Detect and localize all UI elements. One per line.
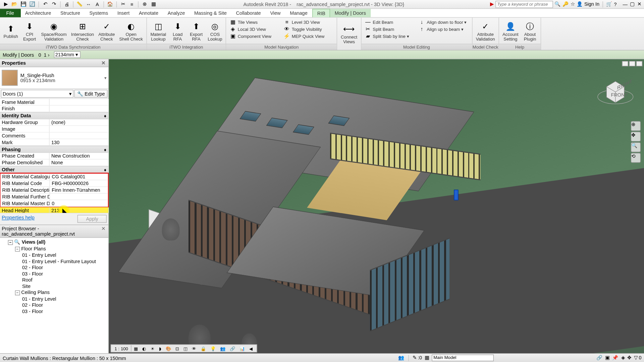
tab-modify-doors[interactable]: Modify | Doors (330, 9, 371, 17)
switch-window-icon[interactable]: ▦ (150, 1, 158, 8)
property-value[interactable] (50, 106, 108, 112)
ribbon-button-align-up-to-beam-[interactable]: ↑Align up to beam ▾ (417, 26, 470, 33)
tree-view-item[interactable]: 01 - Entry Level (1, 252, 108, 258)
filter-icon[interactable]: ▽ 0 (634, 355, 642, 361)
tree-group[interactable]: −Floor Plans (1, 245, 108, 252)
unhide-icon[interactable]: 👁 (190, 345, 198, 352)
type-dropdown-icon[interactable]: ▾ (104, 75, 107, 80)
crop-view-icon[interactable]: ⊡ (174, 345, 181, 352)
open-icon[interactable]: 📂 (11, 1, 19, 8)
ribbon-button-align-down-to-floor-[interactable]: ↓Align down to floor ▾ (417, 18, 470, 25)
ribbon-button-level-3d-view[interactable]: ≡Level 3D View (282, 18, 335, 25)
worksharing-icon[interactable]: 👥 (218, 345, 227, 352)
ribbon-button-cos-lookup[interactable]: ◎COSLookup (206, 18, 224, 44)
shadows-icon[interactable]: ◗ (157, 345, 163, 352)
ribbon-button-space-room-validation[interactable]: ◉Space/RoomValidation (39, 18, 68, 44)
tree-view-item[interactable]: 01 - Entry Level - Furniture Layout (1, 258, 108, 264)
property-value[interactable]: Finn Innen-Türrahmen (50, 187, 108, 193)
vp-maximize-icon[interactable] (629, 61, 635, 66)
type-selector[interactable]: M_Single-Flush 0915 x 2134mm ▾ (0, 67, 108, 89)
tab-annotate[interactable]: Annotate (135, 9, 163, 17)
key-icon[interactable]: 🔑 (562, 1, 569, 7)
property-value[interactable]: New Construction (50, 153, 108, 159)
workset-icon[interactable]: 👥 (398, 355, 404, 361)
ribbon-button-toggle-visibility[interactable]: 👁Toggle Visibility (282, 26, 335, 33)
steering-wheel-icon[interactable]: ⊕ (631, 121, 641, 131)
tree-view-item[interactable]: 03 - Floor (1, 308, 108, 314)
ribbon-button-account-setting[interactable]: 👤AccountSetting (501, 18, 520, 44)
visual-style-icon[interactable]: ◐ (141, 345, 148, 352)
property-row[interactable]: RIB Material DescriptionFinn Innen-Türra… (0, 187, 108, 194)
ribbon-button-local-3d-view[interactable]: ◈Local 3D View (228, 26, 281, 33)
property-value[interactable]: 130 (50, 139, 108, 145)
minimize-button[interactable]: — (622, 1, 628, 7)
measure-icon[interactable]: 📏 (76, 1, 84, 8)
file-tab[interactable]: File (0, 9, 21, 17)
save-icon[interactable]: 💾 (19, 1, 28, 8)
tab-analyze[interactable]: Analyze (163, 9, 190, 17)
property-value[interactable] (50, 126, 108, 132)
print-icon[interactable]: 🖨 (63, 1, 71, 8)
ribbon-button-publish[interactable]: ⬆Publish (2, 18, 20, 44)
3d-viewport[interactable]: FRONT RIGHT ⊕ ✥ 🔍 ⟲ 1 : 100 ▦ ◐ ☀ ◗ 🎨 ⊡ (109, 59, 644, 353)
ribbon-button-connect-views[interactable]: ⟷ConnectViews (339, 18, 359, 49)
apply-button[interactable]: Apply (77, 215, 106, 223)
property-row[interactable]: Frame Material (0, 99, 108, 106)
property-value[interactable]: 2134.0 (50, 207, 108, 213)
property-value[interactable] (50, 194, 108, 200)
zoom-icon[interactable]: 🔍 (631, 142, 641, 152)
highlight-icon[interactable]: ◀ (248, 345, 255, 352)
property-row[interactable]: RIB Material CodeFBG-H00000026 (0, 180, 108, 187)
detail-level-icon[interactable]: ▦ (132, 345, 140, 352)
search-input[interactable] (495, 1, 553, 8)
ribbon-button-split-slab-by-line-[interactable]: ▰Split Slab by line ▾ (363, 33, 416, 40)
pb-close-icon[interactable]: ✕ (100, 226, 107, 237)
thin-lines-icon[interactable]: ≡ (128, 1, 136, 8)
ribbon-button-split-beam[interactable]: ✂Split Beam (363, 26, 416, 33)
ribbon-button-mep-quick-view[interactable]: ⚡MEP Quick View (282, 33, 335, 40)
property-value[interactable] (50, 133, 108, 139)
ribbon-button-material-lookup[interactable]: ◫MaterialLookup (149, 18, 168, 44)
property-value[interactable]: None (50, 160, 108, 166)
property-row[interactable]: Hardware Group(none) (0, 119, 108, 126)
close-button[interactable]: ✕ (636, 1, 642, 7)
ribbon-button-load-rfa[interactable]: ⬇LoadRFA (169, 18, 186, 44)
tab-massing-site[interactable]: Massing & Site (190, 9, 231, 17)
property-row[interactable]: RIB Material Master Dat...0 (0, 200, 108, 207)
close-inactive-icon[interactable]: ⊗ (141, 1, 149, 8)
vp-minimize-icon[interactable] (622, 61, 628, 66)
ribbon-button-attribute-check[interactable]: ✓AttributeCheck (97, 18, 117, 44)
property-value[interactable]: 0 (50, 200, 108, 206)
property-value[interactable]: (none) (50, 119, 108, 125)
property-row[interactable]: Head Height2134.0 (0, 207, 108, 213)
tab-rib[interactable]: RIB (312, 9, 330, 17)
tree-view-item[interactable]: Site (1, 283, 108, 289)
ribbon-button-tile-views[interactable]: ▦Tile Views (228, 18, 281, 25)
ribbon-button-open-shell-check[interactable]: ◐OpenShell Check (117, 18, 145, 44)
property-row[interactable]: Finish (0, 106, 108, 112)
select-face-icon[interactable]: ◈ (621, 355, 625, 361)
infocenter-icon[interactable]: ▶ (490, 1, 494, 7)
property-row[interactable]: Mark130 (0, 139, 108, 146)
scale-control[interactable]: 1 : 100 (113, 345, 130, 352)
orbit-icon[interactable]: ⟲ (631, 153, 641, 163)
property-row[interactable]: Phase DemolishedNone (0, 160, 108, 166)
properties-help-link[interactable]: Properties help (2, 215, 75, 223)
offset-input[interactable]: 2134mm ▾ (54, 51, 80, 58)
undo-icon[interactable]: ↶ (41, 1, 49, 8)
ribbon-button-edit-beam[interactable]: —Edit Beam (363, 18, 416, 25)
tree-view-item[interactable]: 01 - Entry Level (1, 296, 108, 302)
drag-elements-icon[interactable]: ✥ (627, 355, 631, 361)
tab-view[interactable]: View (266, 9, 285, 17)
constraints-icon[interactable]: 🔗 (228, 345, 237, 352)
analytical-icon[interactable]: 📊 (238, 345, 247, 352)
property-value[interactable]: FBG-H00000026 (50, 180, 108, 186)
property-group-header[interactable]: Identity Data⬧ (0, 112, 108, 119)
tree-collapse-icon[interactable]: − (15, 247, 20, 252)
select-pinned-icon[interactable]: 📌 (612, 355, 618, 361)
tree-group[interactable]: −Ceiling Plans (1, 289, 108, 296)
help-icon[interactable]: ? (614, 2, 617, 7)
tab-structure[interactable]: Structure (56, 9, 85, 17)
tree-view-item[interactable]: 02 - Floor (1, 264, 108, 270)
tree-view-item[interactable]: 03 - Floor (1, 270, 108, 277)
